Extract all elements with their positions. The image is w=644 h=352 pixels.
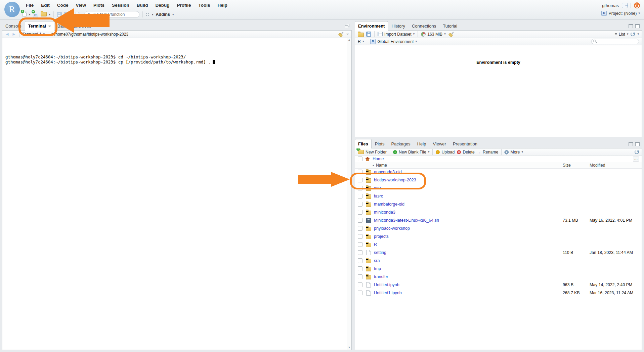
file-name-link[interactable]: tmp — [374, 266, 381, 271]
tab-connections[interactable]: Connections — [409, 21, 439, 30]
file-name-link[interactable]: anaconda3-old — [374, 170, 402, 174]
tab-files[interactable]: Files — [355, 139, 372, 148]
tab-background-jobs[interactable]: Background Jobs — [54, 21, 94, 30]
tab-tutorial[interactable]: Tutorial — [439, 21, 461, 30]
refresh-icon[interactable] — [635, 150, 639, 154]
file-name-link[interactable]: sra — [374, 258, 380, 263]
scroll-down-icon[interactable]: ▼ — [348, 346, 351, 349]
table-row[interactable]: Miniconda3-latest-Linux-x86_64.sh 73.1 M… — [355, 216, 642, 224]
tab-history[interactable]: History — [388, 21, 408, 30]
file-name-link[interactable]: Untitled.ipynb — [374, 282, 399, 287]
environment-search-input[interactable] — [591, 39, 639, 44]
file-name-link[interactable]: projects — [374, 234, 389, 239]
goto-file-input[interactable] — [84, 11, 139, 18]
tab-viewer[interactable]: Viewer — [429, 139, 449, 148]
file-name-link[interactable]: fasrc — [374, 194, 383, 199]
terminal-output[interactable]: gthomas@holy7c24604:~/biotips-workshop-2… — [2, 38, 347, 350]
save-workspace-icon[interactable] — [366, 32, 371, 37]
file-name-link[interactable]: setting — [374, 250, 386, 255]
rename-button[interactable]: → Rename — [477, 150, 498, 155]
table-row[interactable]: anaconda3-old — [355, 168, 642, 176]
forward-icon[interactable]: ► — [12, 32, 16, 36]
table-row[interactable]: sra — [355, 257, 642, 265]
chevron-down-icon[interactable]: ▾ — [49, 13, 51, 16]
import-dataset-button[interactable]: Import Dataset ▾ — [378, 32, 415, 37]
menu-item[interactable]: Plots — [90, 1, 108, 9]
project-selector[interactable]: R Project: (None) ▾ — [601, 11, 640, 16]
select-all-checkbox[interactable] — [358, 157, 362, 161]
tab-packages[interactable]: Packages — [388, 139, 414, 148]
row-checkbox[interactable] — [358, 234, 362, 239]
power-button-icon[interactable] — [634, 2, 640, 8]
table-row[interactable]: biotips-workshop-2023 — [355, 176, 642, 184]
tab-environment[interactable]: Environment — [355, 21, 388, 31]
new-blank-file-button[interactable]: New Blank File ▾ — [393, 150, 430, 155]
file-name-link[interactable]: phyloacc-workshop — [374, 226, 410, 231]
tab-presentation[interactable]: Presentation — [449, 139, 481, 148]
row-checkbox[interactable] — [358, 170, 362, 174]
open-file-button[interactable] — [41, 11, 47, 18]
scroll-up-icon[interactable]: ▲ — [348, 39, 351, 41]
row-checkbox[interactable] — [358, 258, 362, 263]
chevron-down-icon[interactable]: ▾ — [637, 33, 639, 36]
table-row[interactable]: phyloacc-workshop — [355, 224, 642, 232]
upload-button[interactable]: ↑ Upload — [436, 150, 455, 155]
menu-item[interactable]: Session — [108, 1, 133, 9]
row-checkbox[interactable] — [358, 194, 362, 199]
chevron-down-icon[interactable]: ▾ — [152, 13, 154, 16]
sign-out-icon[interactable] — [622, 3, 628, 8]
table-row[interactable]: miniconda3 — [355, 208, 642, 216]
row-checkbox[interactable] — [358, 226, 362, 231]
row-checkbox[interactable] — [358, 218, 362, 223]
row-checkbox[interactable] — [358, 178, 362, 182]
row-checkbox[interactable] — [358, 250, 362, 255]
back-icon[interactable]: ◄ — [5, 32, 9, 36]
table-row[interactable]: mambaforge-old — [355, 200, 642, 208]
tab-close-icon[interactable]: × — [48, 24, 51, 29]
menu-item[interactable]: Help — [214, 1, 231, 9]
file-name-link[interactable]: mambaforge-old — [374, 202, 404, 207]
column-size[interactable]: Size — [563, 163, 590, 168]
close-terminal-icon[interactable]: × — [346, 32, 349, 37]
table-row[interactable]: transfer — [355, 273, 642, 281]
maximize-pane-icon[interactable] — [345, 24, 349, 28]
new-project-button[interactable]: R — [33, 11, 38, 18]
row-checkbox[interactable] — [358, 210, 362, 215]
column-modified[interactable]: Modified — [590, 163, 643, 168]
row-checkbox[interactable] — [358, 242, 362, 247]
clear-environment-broom-icon[interactable] — [448, 32, 454, 37]
table-row[interactable]: Untitled.ipynb 963 B May 14, 2022, 2:40 … — [355, 281, 642, 289]
print-button[interactable] — [76, 12, 80, 17]
save-all-button[interactable] — [64, 12, 69, 17]
row-checkbox[interactable] — [358, 186, 362, 190]
breadcrumb-home-link[interactable]: Home — [373, 157, 384, 161]
file-name-link[interactable]: Miniconda3-latest-Linux-x86_64.sh — [374, 218, 439, 223]
menu-item[interactable]: Code — [53, 1, 72, 9]
new-folder-button[interactable]: New Folder — [358, 149, 387, 155]
terminal-scrollbar[interactable]: ▲ ▼ — [347, 38, 351, 350]
table-row[interactable]: projects — [355, 232, 642, 240]
menu-item[interactable]: Profile — [173, 1, 195, 9]
table-row[interactable]: R — [355, 240, 642, 249]
delete-button[interactable]: Delete — [457, 150, 475, 155]
r-language-selector[interactable]: R ▾ — [358, 39, 364, 44]
tab-plots[interactable]: Plots — [372, 139, 388, 148]
table-row[interactable]: setting 110 B Jan 18, 2023, 11:44 AM — [355, 249, 642, 257]
table-row[interactable]: env — [355, 184, 642, 192]
new-file-button[interactable] — [22, 11, 27, 18]
table-row[interactable]: tmp — [355, 265, 642, 273]
maximize-pane-icon[interactable] — [635, 142, 640, 146]
menu-item[interactable]: Debug — [152, 1, 173, 9]
menu-item[interactable]: Edit — [37, 1, 53, 9]
file-name-link[interactable]: env — [374, 186, 381, 190]
panes-grid-icon[interactable] — [146, 13, 149, 16]
file-name-link[interactable]: R — [374, 242, 377, 247]
minimize-pane-icon[interactable] — [629, 24, 633, 28]
tab-console[interactable]: Console — [2, 21, 25, 30]
row-checkbox[interactable] — [358, 282, 362, 287]
more-button[interactable]: More ▾ — [505, 150, 523, 155]
tab-help[interactable]: Help — [414, 139, 430, 148]
row-checkbox[interactable] — [358, 291, 362, 295]
tab-terminal[interactable]: Terminal × — [25, 21, 54, 31]
clear-terminal-broom-icon[interactable] — [338, 32, 343, 37]
